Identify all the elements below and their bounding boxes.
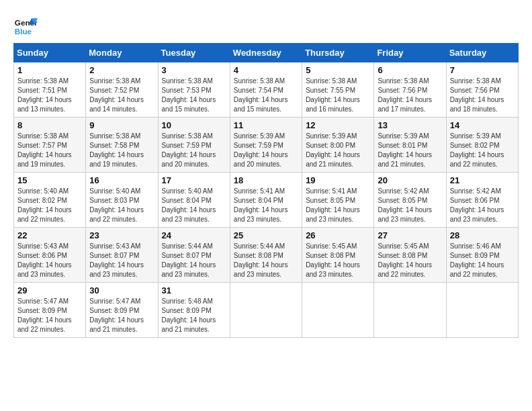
calendar-day-cell: 27Sunrise: 5:45 AM Sunset: 8:08 PM Dayli… xyxy=(374,228,446,283)
day-number: 3 xyxy=(162,65,226,75)
day-info: Sunrise: 5:44 AM Sunset: 8:07 PM Dayligh… xyxy=(162,242,226,279)
day-info: Sunrise: 5:38 AM Sunset: 7:58 PM Dayligh… xyxy=(89,132,154,169)
day-number: 13 xyxy=(378,120,442,130)
day-info: Sunrise: 5:42 AM Sunset: 8:05 PM Dayligh… xyxy=(378,187,442,224)
day-info: Sunrise: 5:44 AM Sunset: 8:08 PM Dayligh… xyxy=(234,242,298,279)
day-number: 14 xyxy=(450,120,515,130)
day-info: Sunrise: 5:43 AM Sunset: 8:07 PM Dayligh… xyxy=(89,242,154,279)
header-monday: Monday xyxy=(86,44,158,62)
calendar-day-cell: 6Sunrise: 5:38 AM Sunset: 7:56 PM Daylig… xyxy=(374,62,446,118)
calendar-day-cell: 28Sunrise: 5:46 AM Sunset: 8:09 PM Dayli… xyxy=(446,228,518,283)
page-header: General Blue xyxy=(13,13,519,38)
calendar-day-cell: 16Sunrise: 5:40 AM Sunset: 8:03 PM Dayli… xyxy=(86,173,158,228)
day-number: 15 xyxy=(17,175,82,185)
day-info: Sunrise: 5:38 AM Sunset: 7:59 PM Dayligh… xyxy=(162,132,226,169)
header-wednesday: Wednesday xyxy=(230,44,302,62)
day-info: Sunrise: 5:47 AM Sunset: 8:09 PM Dayligh… xyxy=(89,297,154,334)
day-info: Sunrise: 5:45 AM Sunset: 8:08 PM Dayligh… xyxy=(378,242,442,279)
calendar-header-row: SundayMondayTuesdayWednesdayThursdayFrid… xyxy=(14,44,519,62)
day-info: Sunrise: 5:38 AM Sunset: 7:57 PM Dayligh… xyxy=(17,132,82,169)
calendar-day-cell: 17Sunrise: 5:40 AM Sunset: 8:04 PM Dayli… xyxy=(158,173,230,228)
calendar-day-cell: 12Sunrise: 5:39 AM Sunset: 8:00 PM Dayli… xyxy=(302,118,374,173)
header-thursday: Thursday xyxy=(302,44,374,62)
day-info: Sunrise: 5:41 AM Sunset: 8:04 PM Dayligh… xyxy=(234,187,298,224)
day-number: 12 xyxy=(306,120,370,130)
day-number: 5 xyxy=(306,65,370,75)
day-number: 16 xyxy=(89,175,154,185)
calendar-day-cell: 7Sunrise: 5:38 AM Sunset: 7:56 PM Daylig… xyxy=(446,62,518,118)
day-number: 2 xyxy=(89,65,154,75)
day-number: 8 xyxy=(17,120,82,130)
calendar-table: SundayMondayTuesdayWednesdayThursdayFrid… xyxy=(13,43,519,338)
calendar-day-cell: 23Sunrise: 5:43 AM Sunset: 8:07 PM Dayli… xyxy=(86,228,158,283)
calendar-day-cell: 10Sunrise: 5:38 AM Sunset: 7:59 PM Dayli… xyxy=(158,118,230,173)
day-number: 25 xyxy=(234,230,298,240)
day-number: 7 xyxy=(450,65,515,75)
day-number: 4 xyxy=(234,65,298,75)
day-number: 28 xyxy=(450,230,515,240)
header-saturday: Saturday xyxy=(446,44,518,62)
calendar-day-cell: 22Sunrise: 5:43 AM Sunset: 8:06 PM Dayli… xyxy=(14,228,86,283)
calendar-day-cell: 26Sunrise: 5:45 AM Sunset: 8:08 PM Dayli… xyxy=(302,228,374,283)
day-info: Sunrise: 5:43 AM Sunset: 8:06 PM Dayligh… xyxy=(17,242,82,279)
day-number: 9 xyxy=(89,120,154,130)
day-info: Sunrise: 5:38 AM Sunset: 7:52 PM Dayligh… xyxy=(89,77,154,114)
logo-icon: General Blue xyxy=(13,13,38,38)
day-number: 10 xyxy=(162,120,226,130)
day-info: Sunrise: 5:42 AM Sunset: 8:06 PM Dayligh… xyxy=(450,187,515,224)
calendar-day-cell: 8Sunrise: 5:38 AM Sunset: 7:57 PM Daylig… xyxy=(14,118,86,173)
calendar-day-cell: 19Sunrise: 5:41 AM Sunset: 8:05 PM Dayli… xyxy=(302,173,374,228)
day-info: Sunrise: 5:38 AM Sunset: 7:51 PM Dayligh… xyxy=(17,77,82,114)
day-info: Sunrise: 5:40 AM Sunset: 8:04 PM Dayligh… xyxy=(162,187,226,224)
calendar-day-cell: 2Sunrise: 5:38 AM Sunset: 7:52 PM Daylig… xyxy=(86,62,158,118)
day-info: Sunrise: 5:46 AM Sunset: 8:09 PM Dayligh… xyxy=(450,242,515,279)
day-number: 11 xyxy=(234,120,298,130)
header-friday: Friday xyxy=(374,44,446,62)
day-info: Sunrise: 5:45 AM Sunset: 8:08 PM Dayligh… xyxy=(306,242,370,279)
calendar-day-cell: 24Sunrise: 5:44 AM Sunset: 8:07 PM Dayli… xyxy=(158,228,230,283)
empty-cell xyxy=(230,283,302,338)
day-number: 21 xyxy=(450,175,515,185)
day-number: 30 xyxy=(89,285,154,295)
day-number: 27 xyxy=(378,230,442,240)
day-number: 23 xyxy=(89,230,154,240)
logo: General Blue xyxy=(13,13,38,38)
calendar-day-cell: 21Sunrise: 5:42 AM Sunset: 8:06 PM Dayli… xyxy=(446,173,518,228)
day-number: 18 xyxy=(234,175,298,185)
day-info: Sunrise: 5:38 AM Sunset: 7:53 PM Dayligh… xyxy=(162,77,226,114)
empty-cell xyxy=(374,283,446,338)
calendar-week-row: 15Sunrise: 5:40 AM Sunset: 8:02 PM Dayli… xyxy=(14,173,519,228)
day-number: 17 xyxy=(162,175,226,185)
day-info: Sunrise: 5:39 AM Sunset: 8:02 PM Dayligh… xyxy=(450,132,515,169)
calendar-day-cell: 3Sunrise: 5:38 AM Sunset: 7:53 PM Daylig… xyxy=(158,62,230,118)
day-info: Sunrise: 5:47 AM Sunset: 8:09 PM Dayligh… xyxy=(17,297,82,334)
day-number: 24 xyxy=(162,230,226,240)
day-number: 29 xyxy=(17,285,82,295)
calendar-day-cell: 31Sunrise: 5:48 AM Sunset: 8:09 PM Dayli… xyxy=(158,283,230,338)
day-number: 6 xyxy=(378,65,442,75)
day-number: 22 xyxy=(17,230,82,240)
day-number: 1 xyxy=(17,65,82,75)
day-info: Sunrise: 5:48 AM Sunset: 8:09 PM Dayligh… xyxy=(162,297,226,334)
day-info: Sunrise: 5:39 AM Sunset: 8:01 PM Dayligh… xyxy=(378,132,442,169)
calendar-day-cell: 15Sunrise: 5:40 AM Sunset: 8:02 PM Dayli… xyxy=(14,173,86,228)
calendar-week-row: 29Sunrise: 5:47 AM Sunset: 8:09 PM Dayli… xyxy=(14,283,519,338)
day-info: Sunrise: 5:40 AM Sunset: 8:03 PM Dayligh… xyxy=(89,187,154,224)
empty-cell xyxy=(302,283,374,338)
day-info: Sunrise: 5:38 AM Sunset: 7:56 PM Dayligh… xyxy=(450,77,515,114)
calendar-day-cell: 1Sunrise: 5:38 AM Sunset: 7:51 PM Daylig… xyxy=(14,62,86,118)
empty-cell xyxy=(446,283,518,338)
calendar-day-cell: 4Sunrise: 5:38 AM Sunset: 7:54 PM Daylig… xyxy=(230,62,302,118)
calendar-day-cell: 18Sunrise: 5:41 AM Sunset: 8:04 PM Dayli… xyxy=(230,173,302,228)
day-info: Sunrise: 5:38 AM Sunset: 7:54 PM Dayligh… xyxy=(234,77,298,114)
day-info: Sunrise: 5:41 AM Sunset: 8:05 PM Dayligh… xyxy=(306,187,370,224)
day-info: Sunrise: 5:39 AM Sunset: 8:00 PM Dayligh… xyxy=(306,132,370,169)
calendar-day-cell: 13Sunrise: 5:39 AM Sunset: 8:01 PM Dayli… xyxy=(374,118,446,173)
calendar-day-cell: 11Sunrise: 5:39 AM Sunset: 7:59 PM Dayli… xyxy=(230,118,302,173)
calendar-week-row: 8Sunrise: 5:38 AM Sunset: 7:57 PM Daylig… xyxy=(14,118,519,173)
calendar-day-cell: 29Sunrise: 5:47 AM Sunset: 8:09 PM Dayli… xyxy=(14,283,86,338)
day-info: Sunrise: 5:39 AM Sunset: 7:59 PM Dayligh… xyxy=(234,132,298,169)
header-tuesday: Tuesday xyxy=(158,44,230,62)
calendar-day-cell: 20Sunrise: 5:42 AM Sunset: 8:05 PM Dayli… xyxy=(374,173,446,228)
day-info: Sunrise: 5:38 AM Sunset: 7:56 PM Dayligh… xyxy=(378,77,442,114)
